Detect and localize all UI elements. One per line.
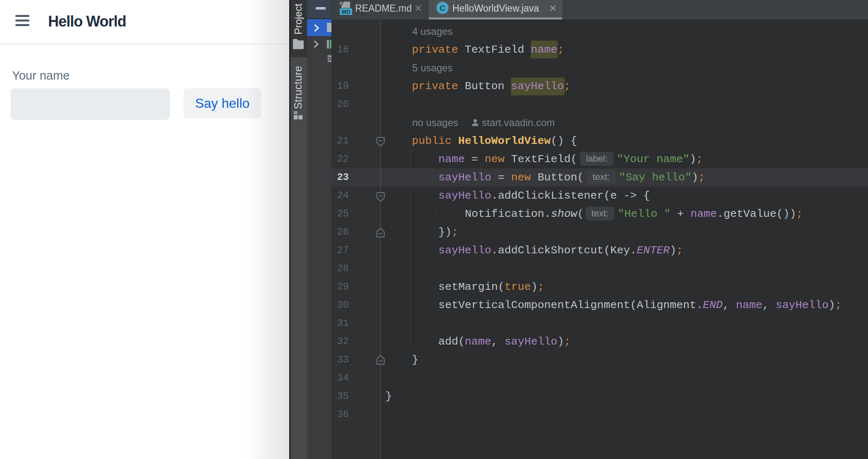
svg-text:MD: MD [342,9,351,15]
svg-text:C: C [440,4,445,12]
